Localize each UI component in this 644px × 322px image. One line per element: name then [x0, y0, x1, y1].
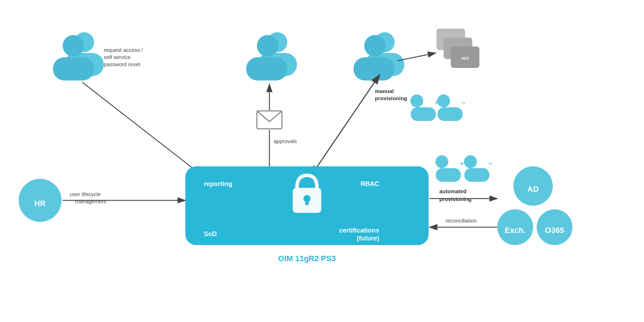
to-apps-arrow [397, 53, 436, 61]
o365-label: O365 [545, 226, 564, 235]
svg-text:+: + [460, 160, 464, 167]
svg-text:app: app [461, 55, 469, 60]
svg-rect-15 [353, 57, 395, 80]
svg-point-31 [435, 155, 448, 168]
automated-provisioning-label: automated [439, 188, 467, 194]
svg-rect-26 [438, 107, 463, 121]
svg-point-5 [63, 35, 84, 57]
exch-label: Exch. [505, 226, 526, 235]
reporting-label: reporting [204, 180, 232, 187]
password-reset-label: password reset [104, 61, 141, 67]
svg-text:−: − [488, 160, 493, 167]
manual-provisioning-label2: provisioning [375, 95, 407, 101]
management-label: management [75, 198, 107, 204]
ad-label: AD [527, 185, 539, 194]
oim-title-label: OIM 11gR2 PS3 [278, 254, 336, 263]
hr-label: HR [34, 199, 46, 208]
diagram: request access / self service password r… [0, 0, 644, 322]
svg-point-22 [410, 94, 423, 107]
svg-point-14 [364, 35, 386, 57]
svg-point-25 [437, 94, 450, 107]
manual-provisioning-label: manual [375, 88, 394, 94]
svg-point-34 [464, 155, 477, 168]
certifications-label: certifications [339, 227, 379, 234]
manual-prov-bidirectional-arrow [311, 82, 375, 175]
svg-rect-35 [464, 168, 489, 182]
svg-text:−: − [462, 99, 466, 107]
reconciliation-label: reconciliation [445, 218, 477, 224]
self-service-label: self service [104, 54, 131, 60]
approvals-label: approvals [274, 138, 297, 144]
automated-provisioning-label2: provisioning [439, 196, 472, 202]
svg-rect-6 [53, 57, 94, 80]
request-access-label: request access / [104, 47, 143, 53]
rbac-label: RBAC [361, 180, 379, 187]
svg-rect-23 [411, 107, 436, 121]
svg-rect-32 [436, 168, 461, 182]
svg-rect-10 [246, 57, 287, 80]
svg-point-9 [257, 35, 278, 57]
svg-rect-30 [305, 199, 309, 205]
certifications-future-label: (future) [357, 235, 379, 242]
user-lifecycle-label: user lifecycle [70, 191, 101, 197]
sod-label: SoD [204, 230, 217, 238]
